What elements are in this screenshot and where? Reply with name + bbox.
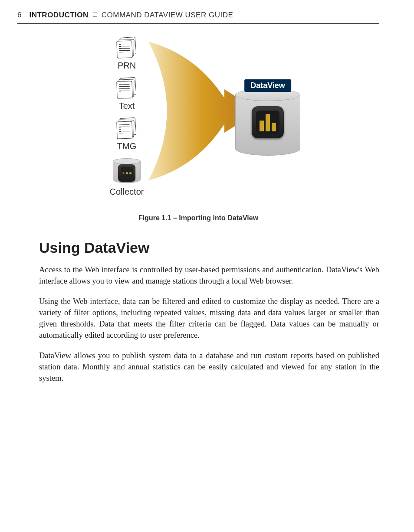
document-stack-icon: [115, 118, 139, 140]
paragraph: DataView allows you to publish system da…: [39, 350, 379, 384]
dataview-badge: DataView: [244, 79, 291, 92]
section-heading: Using DataView: [17, 239, 379, 256]
paragraph: Access to the Web interface is controlle…: [39, 264, 379, 287]
source-label-collector: Collector: [110, 187, 144, 197]
body-text: Access to the Web interface is controlle…: [17, 264, 379, 384]
page-number: 6: [17, 11, 21, 20]
sources-column: PRN Text TMG Collector: [99, 37, 155, 201]
source-label-prn: PRN: [118, 61, 136, 71]
figure-container: PRN Text TMG Collector DataView: [17, 37, 379, 222]
source-label-text: Text: [119, 101, 135, 111]
document-stack-icon: [115, 78, 139, 99]
paragraph: Using the Web interface, data can be fil…: [39, 296, 379, 341]
chart-chip-icon: [252, 106, 284, 138]
dataview-target: DataView: [235, 83, 300, 158]
figure-diagram: PRN Text TMG Collector DataView: [94, 37, 302, 211]
collector-icon: [113, 158, 141, 185]
header-doc-title: COMMAND DATAVIEW USER GUIDE: [102, 11, 233, 19]
header-section: INTRODUCTION: [29, 11, 88, 19]
page-header: 6 INTRODUCTION COMMAND DATAVIEW USER GUI…: [17, 11, 379, 24]
figure-caption: Figure 1.1 – Importing into DataView: [138, 214, 258, 222]
source-label-tmg: TMG: [117, 141, 136, 151]
document-stack-icon: [115, 37, 139, 59]
header-separator-icon: [93, 13, 97, 17]
database-icon: [235, 89, 300, 158]
